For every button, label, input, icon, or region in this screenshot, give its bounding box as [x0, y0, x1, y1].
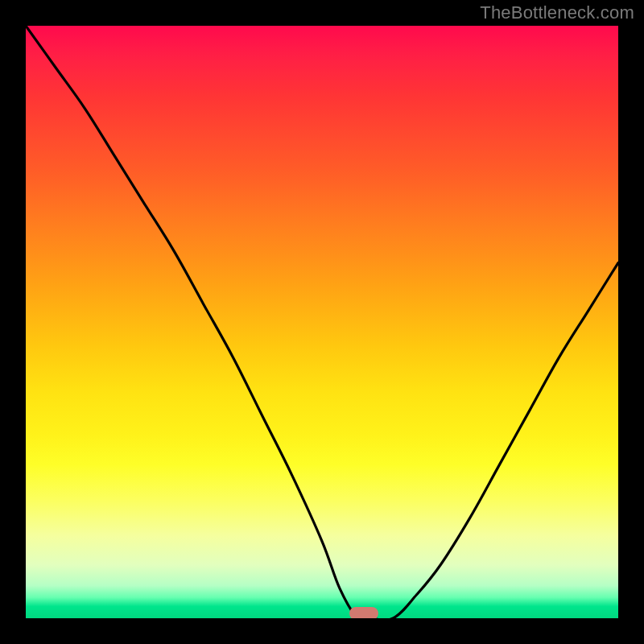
bottleneck-curve: [26, 26, 618, 618]
attribution-label: TheBottleneck.com: [480, 2, 634, 23]
optimal-point-marker: [349, 607, 378, 618]
curve-path: [26, 26, 618, 618]
plot-area: [26, 26, 618, 618]
chart-stage: TheBottleneck.com: [0, 0, 644, 644]
